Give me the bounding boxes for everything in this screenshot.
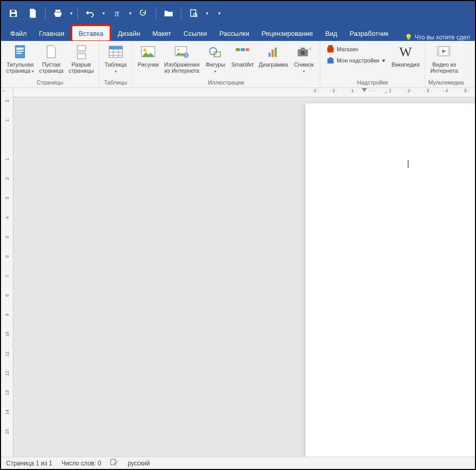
tab-insert[interactable]: Вставка [70,24,111,42]
table-button[interactable]: Таблица▾ [102,42,129,74]
online-pictures-button[interactable]: Изображения из Интернета [162,42,201,74]
shapes-label: Фигуры▾ [205,61,225,74]
proofing-icon[interactable] [110,459,118,467]
svg-rect-17 [236,48,240,51]
svg-rect-4 [16,51,24,52]
online-video-label: Видео из Интернета [430,61,458,74]
tab-mailings[interactable]: Рассылки [213,26,255,41]
hruler-marks: · 3 ·· 2 ·· 1 ·· · ·· 1 ·· 2 ·· 3 ·· 4 ·… [305,88,475,93]
vertical-ruler[interactable]: ⌐ 21123456789101112131415 [1,88,13,457]
open-button[interactable] [159,4,178,23]
quick-print-button[interactable] [49,4,67,23]
tab-view[interactable]: Вид [319,26,344,41]
svg-rect-5 [16,53,22,54]
chart-icon [265,44,281,60]
save-button[interactable] [4,4,23,23]
smartart-label: SmartArt [231,61,253,68]
quick-access-toolbar: ▾ ▾ π ▾ ▾ ▾ [1,1,475,26]
my-addins-icon [326,56,335,65]
svg-point-24 [301,51,305,55]
svg-rect-7 [77,54,86,59]
page-break-button[interactable]: Разрыв страницы [67,42,96,74]
group-tables: Таблица▾ Таблицы [99,41,132,88]
word-count[interactable]: Число слов: 0 [61,460,101,467]
wikipedia-icon: W [397,44,413,60]
tab-layout[interactable]: Макет [146,26,177,41]
tab-references[interactable]: Ссылки [177,26,213,41]
group-addins: Магазин Мои надстройки ▾ W Википедия Над… [320,41,425,88]
workspace: ⌐ 21123456789101112131415 · 3 ·· 2 ·· 1 … [1,88,475,457]
shapes-button[interactable]: Фигуры▾ [202,42,228,74]
cover-page-button[interactable]: Титульная страница ▾ [4,42,36,74]
print-preview-button[interactable] [184,4,203,23]
screenshot-button[interactable]: + Снимок▾ [291,42,317,74]
cover-page-label: Титульная страница ▾ [6,61,34,74]
preview-dropdown[interactable]: ▾ [204,11,210,16]
status-bar: Страница 1 из 1 Число слов: 0 русский [1,457,475,469]
my-addins-button[interactable]: Мои надстройки ▾ [323,55,388,66]
equation-button[interactable]: π [108,4,126,23]
blank-page-label: Пустая страница [39,61,63,74]
tab-developer[interactable]: Разработчик [343,26,395,41]
tab-selector[interactable]: ⌐ [2,88,7,93]
group-addins-label: Надстройки [323,78,422,88]
svg-rect-20 [268,53,271,57]
document-area[interactable]: · 3 ·· 2 ·· 1 ·· · ·· 1 ·· 2 ·· 3 ·· 4 ·… [13,88,475,457]
screenshot-icon: + [296,44,312,60]
smartart-button[interactable]: SmartArt [229,42,255,68]
table-icon [108,44,124,60]
text-cursor [408,160,408,168]
ribbon: Титульная страница ▾ Пустая страница Раз… [1,41,475,88]
pictures-button[interactable]: Рисунки [135,42,161,68]
equation-dropdown[interactable]: ▾ [127,11,133,16]
tab-home[interactable]: Главная [33,26,70,41]
separator [45,7,46,19]
store-label: Магазин [337,46,358,52]
undo-button[interactable] [81,4,99,23]
store-button[interactable]: Магазин [323,44,388,54]
online-pictures-label: Изображения из Интернета [164,61,199,74]
tab-review[interactable]: Рецензирование [255,26,319,41]
group-pages: Титульная страница ▾ Пустая страница Раз… [1,41,99,88]
pictures-icon [140,44,156,60]
customize-qat-dropdown[interactable]: ▾ [216,11,222,16]
page-break-label: Разрыв страницы [69,61,94,74]
document-page[interactable] [305,103,475,457]
group-media: Видео из Интернета Мультимедиа [425,41,467,88]
svg-rect-27 [327,48,334,52]
tell-me-search[interactable]: 💡 Что вы хотите сдел [400,34,475,41]
language-indicator[interactable]: русский [128,460,150,467]
wikipedia-button[interactable]: W Википедия [389,42,422,68]
separator [181,7,181,19]
svg-rect-31 [438,47,440,56]
svg-rect-19 [246,48,249,51]
quick-print-dropdown[interactable]: ▾ [68,11,74,16]
pictures-label: Рисунки [137,61,159,68]
wikipedia-label: Википедия [391,61,420,68]
svg-rect-25 [301,48,305,50]
smartart-icon [234,44,251,60]
page-indicator[interactable]: Страница 1 из 1 [6,460,52,467]
first-line-indent-marker[interactable] [362,88,367,92]
tab-design[interactable]: Дизайн [112,26,147,41]
online-pictures-icon [174,44,190,60]
shapes-icon [207,44,223,60]
cover-page-icon [12,44,28,60]
blank-page-button[interactable]: Пустая страница [37,42,65,74]
new-doc-button[interactable] [24,4,42,23]
undo-dropdown[interactable]: ▾ [100,11,107,16]
my-addins-label: Мои надстройки [337,57,379,63]
group-illustrations-label: Иллюстрации [135,78,317,88]
svg-point-11 [143,49,147,52]
tab-file[interactable]: Файл [4,26,33,41]
redo-button[interactable] [134,4,153,23]
tab-stop-marker[interactable]: ⌐ [385,90,387,95]
svg-rect-22 [275,48,277,57]
online-video-button[interactable]: Видео из Интернета [428,42,460,74]
ribbon-tabs: Файл Главная Вставка Дизайн Макет Ссылки… [1,26,475,41]
horizontal-ruler[interactable]: · 3 ·· 2 ·· 1 ·· · ·· 1 ·· 2 ·· 3 ·· 4 ·… [13,88,475,97]
chart-button[interactable]: Диаграмма [257,42,290,68]
svg-rect-18 [241,48,245,51]
svg-rect-32 [448,47,450,56]
lightbulb-icon: 💡 [405,34,412,41]
